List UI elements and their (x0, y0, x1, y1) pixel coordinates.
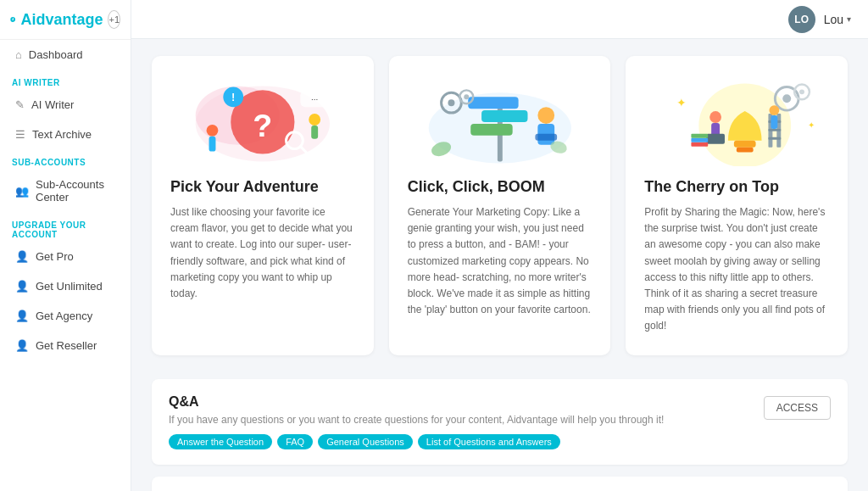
chevron-down-icon: ▾ (847, 14, 851, 24)
section-sub-accounts: SUB-ACCOUNTS (0, 149, 131, 170)
sidebar-item-dashboard[interactable]: ⌂ Dashboard (3, 41, 127, 69)
section-ai-writer: AI WRITER (0, 70, 131, 90)
card-3-desc: Profit by Sharing the Magic: Now, here's… (644, 204, 829, 335)
svg-text:···: ··· (311, 94, 318, 103)
logo-text: Aidvantage (20, 11, 103, 29)
svg-rect-31 (734, 141, 756, 148)
svg-point-44 (710, 111, 722, 123)
sidebar-item-ai-writer[interactable]: ✎ AI Writer (3, 91, 127, 119)
get-unlimited-label: Get Unlimited (36, 280, 103, 293)
card-boom: Click, Click, BOOM Generate Your Marketi… (389, 56, 611, 355)
pro-icon: 👤 (15, 250, 29, 263)
feature-cards-row: ? ! ··· (152, 56, 848, 355)
unlimited-icon: 👤 (15, 280, 29, 293)
svg-point-12 (309, 114, 320, 126)
svg-rect-43 (771, 115, 778, 129)
sidebar-item-sub-accounts[interactable]: 👥 Sub-Accounts Center (3, 170, 127, 211)
svg-rect-49 (692, 134, 709, 138)
section-qa-subtitle: If you have any questions or you want to… (169, 414, 750, 426)
svg-rect-48 (692, 138, 709, 142)
tag-general-questions[interactable]: General Questions (318, 434, 413, 449)
card-3-illustration: ✦ ✦ (644, 73, 829, 166)
svg-rect-18 (468, 97, 518, 109)
tag-faq[interactable]: FAQ (277, 434, 313, 449)
qa-access-button[interactable]: ACCESS (764, 396, 831, 420)
ai-writer-label: AI Writer (31, 98, 74, 111)
logo-badge[interactable]: +1 (108, 10, 120, 29)
user-name-text: Lou (824, 13, 843, 26)
svg-point-36 (799, 89, 804, 94)
card-3-title: The Cherry on Top (644, 178, 829, 196)
get-pro-label: Get Pro (36, 250, 74, 263)
svg-rect-23 (535, 134, 557, 141)
svg-rect-19 (481, 110, 527, 122)
section-qa: Q&A If you have any questions or you wan… (152, 379, 848, 465)
svg-rect-13 (311, 126, 318, 139)
svg-rect-20 (470, 124, 512, 136)
card-1-illustration: ? ! ··· (170, 73, 355, 166)
avatar: LO (788, 6, 815, 33)
svg-rect-47 (692, 142, 709, 147)
sidebar-item-get-reseller[interactable]: 👤 Get Reseller (3, 332, 127, 360)
svg-point-27 (464, 94, 469, 99)
card-2-title: Click, Click, BOOM (408, 178, 593, 196)
svg-point-10 (207, 125, 219, 137)
dashboard-icon: ⌂ (15, 48, 22, 61)
svg-rect-46 (707, 134, 726, 144)
svg-text:✦: ✦ (808, 120, 815, 130)
section-qa-info: Q&A If you have any questions or you wan… (169, 394, 750, 449)
section-qa-tags: Answer the Question FAQ General Question… (169, 434, 750, 449)
topbar: LO Lou ▾ (131, 0, 868, 39)
sidebar-item-text-archive[interactable]: ☰ Text Archive (3, 120, 127, 148)
text-archive-label: Text Archive (32, 128, 92, 141)
edit-icon: ✎ (15, 98, 25, 111)
user-menu[interactable]: Lou ▾ (824, 13, 851, 26)
get-agency-label: Get Agency (36, 310, 92, 322)
logo-icon: A (10, 10, 15, 29)
section-qa-title: Q&A (169, 394, 750, 410)
svg-point-25 (448, 99, 454, 106)
svg-point-21 (537, 107, 554, 124)
sidebar-item-get-agency[interactable]: 👤 Get Agency (3, 302, 127, 330)
logo-area: A Aidvantage +1 (0, 0, 131, 40)
card-2-desc: Generate Your Marketing Copy: Like a gen… (408, 204, 593, 318)
card-adventure: ? ! ··· (152, 56, 374, 355)
svg-text:✦: ✦ (676, 96, 687, 109)
tag-list-questions[interactable]: List of Questions and Answers (418, 434, 560, 449)
sidebar: A Aidvantage +1 ⌂ Dashboard AI WRITER ✎ … (0, 0, 131, 491)
agency-icon: 👤 (15, 310, 29, 322)
svg-rect-32 (737, 148, 754, 153)
card-2-illustration (408, 73, 593, 166)
get-reseller-label: Get Reseller (36, 339, 97, 352)
sidebar-item-get-unlimited[interactable]: 👤 Get Unlimited (3, 272, 127, 300)
tag-answer-question[interactable]: Answer the Question (169, 434, 272, 449)
svg-rect-41 (769, 137, 782, 140)
sidebar-item-get-pro[interactable]: 👤 Get Pro (3, 243, 127, 271)
content-area: ? ! ··· (131, 39, 868, 491)
svg-rect-40 (769, 129, 782, 131)
archive-icon: ☰ (15, 128, 25, 141)
svg-point-42 (770, 105, 780, 115)
section-ads: Ads Create Awesome Ads for your Product,… (152, 477, 848, 492)
svg-rect-11 (209, 137, 216, 152)
reseller-icon: 👤 (15, 339, 29, 352)
group-icon: 👥 (15, 185, 29, 198)
card-cherry: ✦ ✦ The Cherry on Top Profit by Sharing … (626, 56, 848, 355)
card-1-title: Pick Your Adventure (170, 178, 355, 196)
card-1-desc: Just like choosing your favorite ice cre… (170, 204, 355, 302)
main-area: LO Lou ▾ ? (131, 0, 868, 491)
svg-point-34 (783, 94, 792, 103)
section-upgrade: UPGRADE YOUR ACCOUNT (0, 212, 131, 242)
svg-text:!: ! (231, 91, 235, 103)
sub-accounts-label: Sub-Accounts Center (36, 178, 115, 204)
svg-text:?: ? (253, 108, 272, 143)
dashboard-label: Dashboard (29, 48, 83, 61)
